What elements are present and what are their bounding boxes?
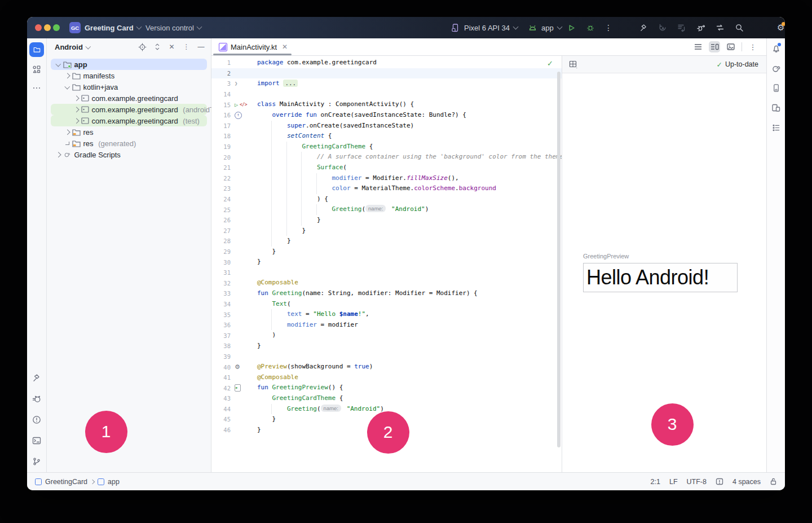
tree-item-com-example-greetingcard-androidtest-[interactable]: com.example.greetingcard (androidTest) [51,104,207,115]
code-line-1[interactable]: 1package com.example.greetingcard [211,58,562,68]
tool-version-control-icon[interactable] [30,455,43,468]
code-line-28[interactable]: 28 } [211,236,562,247]
unlock-icon[interactable] [770,478,777,485]
code-editor[interactable]: 1package com.example.greetingcard23❯impo… [211,56,562,473]
more-run-options-button[interactable]: ⋮ [604,24,612,32]
code-line-29[interactable]: 29 } [211,247,562,257]
gradle-icon[interactable] [770,63,782,74]
tree-chevron-right-icon[interactable] [74,118,79,123]
panel-options-icon[interactable]: ⋮ [182,43,191,51]
preview-layout-icon[interactable] [569,60,577,68]
code-line-22[interactable]: 22 modifier = Modifier.fillMaxSize(), [211,173,562,184]
close-window-button[interactable] [35,24,42,31]
hide-panel-icon[interactable]: — [197,43,205,51]
code-line-43[interactable]: 43 GreetingCardTheme { [211,393,562,404]
code-line-15[interactable]: 15▷</>class MainActivity : ComponentActi… [211,99,562,110]
inspection-ok-icon[interactable]: ✓ [547,59,553,68]
version-control-menu[interactable]: Version control [145,17,201,38]
code-line-19[interactable]: 19 GreetingCardTheme { [211,142,562,152]
tree-item-com-example-greetingcard-test-[interactable]: com.example.greetingcard (test) [51,115,207,126]
device-selector[interactable]: Pixel 6 API 34 [450,17,518,38]
settings-button[interactable]: ⚙ [777,23,784,33]
code-line-18[interactable]: 18 setContent { [211,131,562,142]
zoom-window-button[interactable] [53,24,60,31]
tree-chevron-right-icon[interactable] [74,95,79,100]
tree-chevron-down-icon[interactable] [65,83,70,89]
tree-item-com-example-greetingcard[interactable]: com.example.greetingcard [51,93,207,104]
tree-item-app[interactable]: app [51,59,207,70]
run-class-icon[interactable]: ▷ [235,102,238,108]
design-view-button[interactable] [725,41,736,52]
tree-item-res[interactable]: res [51,126,207,138]
tree-item-manifests[interactable]: manifests [51,70,207,81]
code-line-41[interactable]: 41@Composable [211,372,562,383]
code-line-39[interactable]: 39 [211,351,562,362]
tree-item-kotlin-java[interactable]: kotlin+java [51,81,207,93]
override-method-icon[interactable]: ↑ [235,112,242,119]
code-line-33[interactable]: 33fun Greeting(name: String, modifier: M… [211,288,562,299]
sync-project-icon[interactable] [715,23,725,33]
app-quality-insights-icon[interactable] [770,122,782,133]
tool-logcat-icon[interactable] [30,393,43,405]
profiler-icon[interactable] [696,23,706,33]
code-line-32[interactable]: 32@Composable [211,278,562,288]
split-view-button[interactable] [709,41,720,52]
code-line-37[interactable]: 37 ) [211,330,562,341]
code-view-button[interactable] [692,41,704,52]
code-line-25[interactable]: 25 Greeting(name: "Android") [211,204,562,215]
debug-button[interactable] [585,23,595,33]
preview-render-frame[interactable]: Hello Android! [583,263,738,292]
encoding-widget[interactable]: UTF-8 [687,478,707,486]
notifications-icon[interactable] [770,43,782,54]
tab-mainactivity[interactable]: MainActivity.kt ✕ [211,38,293,55]
code-line-21[interactable]: 21 Surface( [211,162,562,173]
tool-terminal-icon[interactable] [30,434,43,447]
code-line-40[interactable]: 40⚙@Preview(showBackground = true) [211,362,562,372]
run-configuration-selector[interactable]: app [527,17,562,38]
code-line-20[interactable]: 20 // A surface container using the 'bac… [211,152,562,162]
select-opened-file-icon[interactable] [138,43,147,51]
tool-resource-manager-icon[interactable] [30,63,43,76]
tool-more-icon[interactable] [30,82,43,94]
tree-item-res-generated-[interactable]: res (generated) [51,138,207,149]
tool-project-icon[interactable] [29,42,44,57]
code-line-24[interactable]: 24 ) { [211,194,562,205]
code-line-14[interactable]: 14 [211,89,562,100]
tool-build-icon[interactable] [30,372,43,384]
editor-options-button[interactable]: ⋮ [747,41,758,52]
tree-chevron-right-icon[interactable] [65,129,70,134]
inspection-widget-icon[interactable] [716,478,723,485]
run-button[interactable] [566,23,576,33]
code-tag-icon[interactable]: </> [240,102,247,107]
breadcrumb-project[interactable]: GreetingCard [45,478,87,486]
tree-item-gradle-scripts[interactable]: Gradle Scripts [51,149,207,160]
code-line-2[interactable]: 2 [211,68,562,79]
running-devices-icon[interactable] [770,102,782,113]
code-line-31[interactable]: 31 [211,267,562,278]
code-line-23[interactable]: 23 color = MaterialTheme.colorScheme.bac… [211,183,562,194]
editor-scrollbar[interactable] [557,72,561,447]
close-tab-icon[interactable]: ✕ [282,43,288,51]
code-line-30[interactable]: 30} [211,257,562,267]
code-line-42[interactable]: 42▶fun GreetingPreview() { [211,383,562,393]
indent-widget[interactable]: 4 spaces [732,478,761,486]
fold-arrow-icon[interactable]: ❯ [235,81,237,86]
tree-chevron-right-icon[interactable] [56,152,61,157]
project-view-selector[interactable]: Android [55,43,83,51]
caret-position-widget[interactable]: 2:1 [651,478,660,486]
code-line-16[interactable]: 16↑ override fun onCreate(savedInstanceS… [211,110,562,121]
device-manager-icon[interactable] [770,82,782,94]
collapse-all-icon[interactable]: ✕ [167,43,176,51]
tree-chevron-right-icon[interactable] [65,73,70,78]
build-icon[interactable] [638,23,648,33]
tree-chevron-right-icon[interactable] [74,107,79,112]
minimize-window-button[interactable] [44,24,51,31]
preview-settings-icon[interactable]: ⚙ [235,364,240,370]
search-everywhere-icon[interactable] [734,23,744,33]
code-line-34[interactable]: 34 Text( [211,299,562,310]
code-line-38[interactable]: 38} [211,341,562,351]
project-name-menu[interactable]: Greeting Card [85,17,141,38]
code-line-27[interactable]: 27 } [211,226,562,236]
expand-all-icon[interactable] [153,43,161,51]
run-preview-icon[interactable]: ▶ [235,384,241,392]
